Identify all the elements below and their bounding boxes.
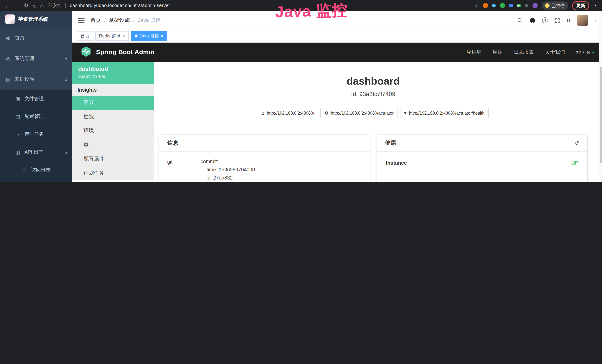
cards-left-column: 信息 git commit: time: 1596289704000 id: 2… bbox=[159, 135, 369, 182]
sidebar-item-label: 系统管理 bbox=[15, 55, 34, 62]
sba-nav-about[interactable]: 关于我们 bbox=[545, 49, 565, 56]
on-extension-icon[interactable]: on bbox=[517, 4, 521, 7]
timer-icon: ◔ bbox=[15, 131, 21, 137]
grid-extension-icon[interactable] bbox=[509, 4, 513, 7]
sidebar-item-label: 定时任务 bbox=[24, 131, 44, 138]
info-card-title: 信息 bbox=[167, 139, 178, 147]
actuator-url-chip[interactable]: ⚙ http://192.168.0.2:48080/actuator bbox=[321, 108, 398, 118]
sba-item-configprops[interactable]: 配置属性 bbox=[72, 152, 154, 166]
sidebar-item-label: 文件管理 bbox=[24, 95, 44, 102]
sba-nav-applications[interactable]: 应用 bbox=[493, 49, 503, 56]
avatar[interactable] bbox=[577, 15, 588, 26]
bookmark-star-icon[interactable]: ☆ bbox=[474, 3, 479, 9]
health-instance-label: Instance bbox=[386, 160, 407, 166]
github-icon[interactable] bbox=[529, 17, 536, 24]
tab-redis[interactable]: Redis 监控 × bbox=[95, 31, 129, 41]
browser-chrome: ← → ↻ ⌂ ⚠ 不安全 dashboard.yudao.iocoder.cn… bbox=[0, 0, 602, 11]
sidebar-item-system[interactable]: ◎ 系统管理 ▾ bbox=[0, 48, 72, 69]
wrench-icon: ⚙ bbox=[325, 110, 329, 116]
cards-right-column: 健康 ↺ Instance UP bbox=[377, 135, 587, 182]
access-log-icon: ▧ bbox=[22, 167, 27, 173]
git-commit-line: commit: bbox=[201, 158, 361, 166]
home-nav-icon[interactable]: ⌂ bbox=[32, 2, 36, 9]
heart-icon: ♥ bbox=[404, 110, 407, 116]
health-card: 健康 ↺ Instance UP bbox=[377, 135, 587, 182]
sidebar-item-home[interactable]: ◉ 首页 bbox=[0, 27, 72, 48]
sba-nav-links: 应用墙 应用 日志报表 关于我们 zh-CN ▾ bbox=[466, 49, 594, 56]
tab-label: Java 监控 bbox=[140, 33, 159, 39]
close-icon[interactable]: × bbox=[161, 34, 163, 38]
header-actions: ? tT ▾ bbox=[517, 15, 596, 26]
actuator-url: http://192.168.0.2:48080/actuator bbox=[331, 111, 394, 115]
scrollbar-thumb[interactable] bbox=[600, 67, 602, 163]
sidebar-item-config[interactable]: ▨ 配置管理 bbox=[0, 107, 72, 125]
breadcrumb-infra[interactable]: 基础设施 bbox=[109, 17, 130, 24]
instance-tile[interactable]: dashboard 93a3fc7f7409 bbox=[72, 62, 154, 84]
chevron-up-icon: ▴ bbox=[65, 77, 67, 81]
health-url: http://192.168.0.2:48080/actuator/health bbox=[409, 111, 485, 115]
health-row[interactable]: Instance UP bbox=[385, 158, 579, 172]
pen-extension-icon[interactable] bbox=[525, 4, 528, 7]
sidebar-item-apilog[interactable]: ▥ API 日志 ▴ bbox=[0, 143, 72, 161]
scrollbar[interactable] bbox=[599, 11, 602, 182]
sidebar-item-infra[interactable]: ▤ 基础设施 ▴ bbox=[0, 69, 72, 90]
history-icon[interactable]: ↺ bbox=[574, 139, 579, 147]
hamburger-icon[interactable] bbox=[78, 18, 85, 23]
insights-group: Insights 细节 性能 环境 类 配置属性 计划任务 bbox=[72, 84, 154, 180]
font-size-icon[interactable]: tT bbox=[567, 17, 571, 23]
spring-boot-admin-logo-icon[interactable] bbox=[80, 46, 92, 59]
help-icon[interactable]: ? bbox=[542, 17, 548, 23]
git-id-line: id: 27aa832 bbox=[201, 174, 361, 182]
drop-extension-icon[interactable] bbox=[492, 4, 496, 7]
sidebar-item-job[interactable]: ◔ 定时任务 bbox=[0, 125, 72, 143]
tab-home[interactable]: 首页 bbox=[77, 31, 93, 41]
sba-brand[interactable]: Spring Boot Admin bbox=[96, 49, 154, 56]
edit-icon: ▨ bbox=[15, 114, 21, 119]
warning-icon[interactable]: ⚠ bbox=[40, 3, 44, 8]
sba-item-environment[interactable]: 环境 bbox=[72, 124, 154, 138]
address-bar[interactable]: dashboard.yudao.iocoder.cn/infra/admin-s… bbox=[65, 3, 170, 8]
reload-icon[interactable]: ↻ bbox=[24, 2, 28, 9]
sidebar-item-accesslog[interactable]: ▧ 访问日志 bbox=[0, 161, 72, 179]
chevron-down-icon[interactable]: ▾ bbox=[595, 19, 596, 22]
sidebar-item-label: 访问日志 bbox=[31, 167, 50, 173]
search-icon[interactable] bbox=[517, 17, 523, 23]
close-icon[interactable]: × bbox=[122, 34, 125, 38]
sidebar-item-label: 首页 bbox=[15, 34, 24, 41]
instance-links: ⌂ http://192.168.0.2:48080/ ⚙ http://192… bbox=[159, 108, 587, 118]
instance-id: 93a3fc7f7409 bbox=[78, 74, 148, 79]
locale-select[interactable]: zh-CN ▾ bbox=[576, 50, 594, 55]
sidebar-item-errorlog[interactable]: ▩ 错误日志 bbox=[0, 179, 72, 182]
puzzle-extension-icon[interactable] bbox=[532, 3, 538, 8]
chrome-update-button[interactable]: 更新 bbox=[572, 1, 589, 10]
browser-menu-icon[interactable]: ⋮ bbox=[593, 3, 598, 8]
status-badge: UP bbox=[571, 160, 579, 166]
app-logo-row[interactable]: 芋道管理系统 bbox=[0, 11, 72, 27]
fullscreen-icon[interactable] bbox=[555, 17, 560, 23]
sba-item-details[interactable]: 细节 bbox=[72, 96, 154, 110]
fox-extension-icon[interactable] bbox=[483, 3, 488, 8]
sba-body: dashboard 93a3fc7f7409 Insights 细节 性能 环境… bbox=[72, 62, 602, 182]
y-extension-icon[interactable] bbox=[500, 3, 505, 8]
tab-java[interactable]: Java 监控 × bbox=[131, 31, 167, 41]
sba-item-scheduledtasks[interactable]: 计划任务 bbox=[72, 166, 154, 180]
sba-nav-journal[interactable]: 日志报表 bbox=[514, 49, 534, 56]
health-card-title: 健康 bbox=[385, 139, 396, 147]
screen: ← → ↻ ⌂ ⚠ 不安全 dashboard.yudao.iocoder.cn… bbox=[0, 0, 602, 182]
back-icon[interactable]: ← bbox=[4, 2, 10, 9]
sba-nav-wallboard[interactable]: 应用墙 bbox=[466, 49, 482, 56]
breadcrumb-home[interactable]: 首页 bbox=[90, 17, 101, 24]
paused-extension-badge[interactable]: 已暂停 bbox=[542, 1, 568, 10]
security-label[interactable]: 不安全 bbox=[48, 2, 61, 9]
file-icon: ▣ bbox=[15, 96, 21, 101]
home-icon: ⌂ bbox=[262, 110, 265, 116]
sba-item-classes[interactable]: 类 bbox=[72, 138, 154, 152]
sba-item-metrics[interactable]: 性能 bbox=[72, 110, 154, 124]
service-url-chip[interactable]: ⌂ http://192.168.0.2:48080/ bbox=[258, 108, 318, 118]
sba-item-logs[interactable]: 日志 bbox=[72, 180, 154, 182]
forward-icon[interactable]: → bbox=[14, 2, 20, 9]
health-url-chip[interactable]: ♥ http://192.168.0.2:48080/actuator/heal… bbox=[400, 108, 489, 118]
tab-label: Redis 监控 bbox=[99, 33, 120, 39]
sidebar-item-file[interactable]: ▣ 文件管理 bbox=[0, 90, 72, 107]
breadcrumb-separator: / bbox=[104, 17, 106, 23]
